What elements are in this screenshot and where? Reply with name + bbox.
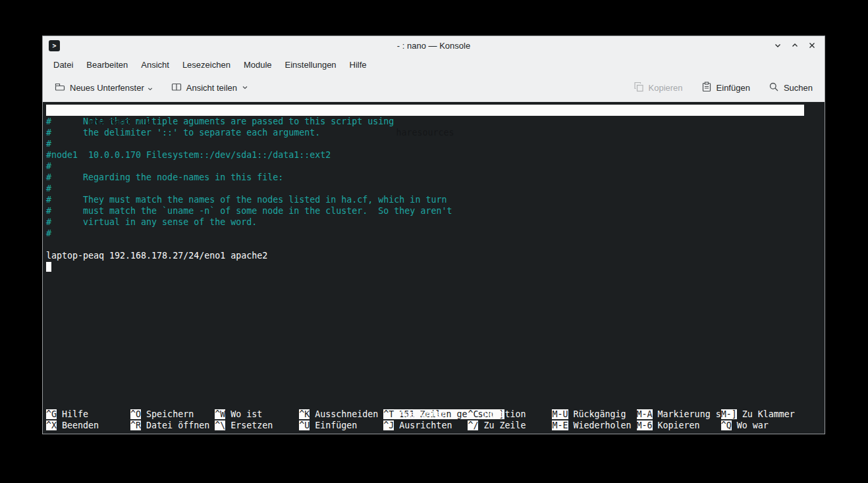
minimize-icon[interactable]	[772, 39, 784, 51]
nano-filename: haresources	[396, 127, 454, 138]
nano-shortcut-key: M-6	[637, 420, 653, 430]
nano-shortcut: ^C Position	[468, 409, 552, 420]
nano-shortcut-key: ^O	[130, 409, 141, 419]
copy-button[interactable]: Kopieren	[628, 78, 688, 98]
terminal-line	[46, 239, 825, 250]
nano-shortcuts-row1: ^G Hilfe^O Speichern^W Wo ist^K Ausschne…	[46, 409, 804, 420]
nano-shortcut-key: ^J	[383, 420, 394, 430]
nano-shortcut-key: ^K	[299, 409, 310, 419]
nano-shortcut: ^T Ausführen	[383, 409, 468, 420]
toolbar: Neues Unterfenster Ansicht teilen Kopier…	[43, 74, 825, 102]
terminal-line: # Note that multiple aguments are passed…	[46, 116, 825, 127]
terminal-line: #	[46, 183, 825, 194]
nano-shortcut-key: ^\	[215, 420, 225, 430]
menu-item-hilfe[interactable]: Hilfe	[343, 57, 373, 73]
nano-shortcut-key: ^U	[299, 420, 310, 430]
terminal-line	[46, 261, 825, 272]
menu-item-module[interactable]: Module	[237, 57, 279, 73]
menubar: DateiBearbeitenAnsichtLesezeichenModuleE…	[43, 55, 825, 74]
terminal-line: # They must match the names of the nodes…	[46, 194, 825, 205]
nano-shortcut: M-E Wiederholen	[552, 420, 636, 431]
nano-shortcut: ^K Ausschneiden	[299, 409, 383, 420]
terminal-line: # Regarding the node-names in this file:	[46, 172, 825, 183]
window-title: - : nano — Konsole	[43, 41, 825, 51]
close-icon[interactable]	[806, 39, 818, 51]
terminal-line: #	[46, 228, 825, 239]
terminal-cursor	[46, 262, 51, 272]
terminal-line: #node1 10.0.0.170 Filesystem::/dev/sda1:…	[46, 149, 825, 161]
nano-bottom-bars: [ 151 Zeilen gelesen ] ^G Hilfe^O Speich…	[46, 397, 804, 431]
chevron-down-icon	[242, 83, 248, 93]
nano-shortcut: ^G Hilfe	[46, 409, 130, 420]
menu-item-lesezeichen[interactable]: Lesezeichen	[176, 57, 237, 73]
nano-shortcut-key: M-E	[552, 420, 568, 430]
nano-shortcut-key: ^T	[383, 409, 394, 419]
nano-shortcut-key: M-A	[637, 409, 653, 419]
terminal-line: #	[46, 138, 825, 149]
nano-status-line: [ 151 Zeilen gelesen ]	[46, 397, 804, 409]
nano-shortcut: M-6 Kopieren	[637, 420, 721, 431]
paste-icon	[701, 82, 712, 94]
titlebar[interactable]: > - : nano — Konsole	[43, 36, 825, 55]
search-icon	[769, 82, 779, 94]
new-tab-label: Neues Unterfenster	[70, 83, 144, 93]
nano-version: GNU nano 7.2	[78, 116, 151, 126]
nano-titlebar: GNU nano 7.2 haresources	[46, 105, 804, 116]
konsole-window: > - : nano — Konsole DateiBearbeitenAnsi…	[42, 36, 825, 434]
nano-shortcut: M-] Zu Klammer	[721, 409, 805, 420]
split-view-icon	[171, 82, 182, 94]
chevron-down-icon	[148, 84, 153, 93]
maximize-icon[interactable]	[789, 39, 801, 51]
nano-shortcut-key: ^Q	[721, 420, 732, 430]
nano-shortcut: ^\ Ersetzen	[215, 420, 299, 431]
nano-shortcut-key: M-]	[721, 409, 737, 419]
nano-shortcut: ^/ Zu Zeile	[468, 420, 552, 431]
menu-item-einstellungen[interactable]: Einstellungen	[279, 57, 343, 73]
nano-shortcut: M-A Markierung s	[637, 409, 721, 420]
nano-shortcut: ^X Beenden	[46, 420, 130, 431]
copy-icon	[634, 82, 644, 94]
search-button[interactable]: Suchen	[763, 78, 818, 98]
nano-shortcuts-row2: ^X Beenden^R Datei öffnen^\ Ersetzen^U E…	[46, 420, 804, 431]
terminal-line: # must match the `uname -n` of some node…	[46, 205, 825, 216]
menu-item-bearbeiten[interactable]: Bearbeiten	[80, 57, 134, 73]
split-view-button[interactable]: Ansicht teilen	[166, 78, 254, 98]
paste-label: Einfügen	[717, 83, 750, 93]
nano-shortcut: ^R Datei öffnen	[130, 420, 215, 431]
search-label: Suchen	[784, 83, 813, 93]
terminal[interactable]: GNU nano 7.2 haresources # Note that mul…	[43, 102, 825, 434]
nano-shortcut-key: ^W	[215, 409, 225, 419]
nano-shortcut-key: ^G	[46, 409, 57, 419]
nano-shortcut: ^Q Wo war	[721, 420, 805, 431]
nano-shortcut: ^O Speichern	[130, 409, 215, 420]
copy-label: Kopieren	[649, 83, 683, 93]
nano-shortcut: ^U Einfügen	[299, 420, 383, 431]
tab-new-icon	[55, 82, 65, 94]
nano-shortcut: M-U Rückgängig	[552, 409, 636, 420]
nano-shortcut-key: M-U	[552, 409, 568, 419]
nano-shortcut: ^J Ausrichten	[383, 420, 468, 431]
paste-button[interactable]: Einfügen	[696, 78, 755, 98]
nano-shortcut: ^W Wo ist	[215, 409, 299, 420]
menu-item-datei[interactable]: Datei	[47, 57, 80, 73]
terminal-lines: # Note that multiple aguments are passed…	[46, 116, 825, 272]
new-tab-button[interactable]: Neues Unterfenster	[49, 78, 158, 98]
nano-shortcut-key: ^C	[468, 409, 478, 419]
split-view-label: Ansicht teilen	[186, 83, 237, 93]
terminal-line: #	[46, 161, 825, 172]
menu-item-ansicht[interactable]: Ansicht	[134, 57, 176, 73]
terminal-line: laptop-peaq 192.168.178.27/24/eno1 apach…	[46, 250, 825, 261]
nano-shortcut-key: ^R	[130, 420, 141, 430]
window-controls	[772, 39, 825, 51]
terminal-line: # virtual in any sense of the word.	[46, 216, 825, 228]
nano-shortcut-key: ^X	[46, 420, 57, 430]
nano-shortcut-key: ^/	[468, 420, 478, 430]
